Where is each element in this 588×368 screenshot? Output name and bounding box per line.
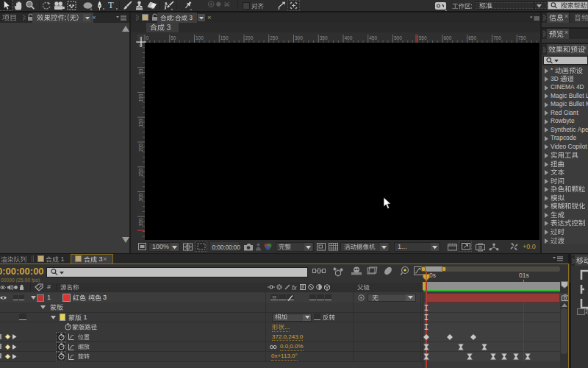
svg-text:fx: fx xyxy=(292,284,297,291)
svg-text:100: 100 xyxy=(138,93,143,102)
svg-text:250: 250 xyxy=(138,169,143,177)
svg-text:550: 550 xyxy=(419,35,427,40)
svg-text:0: 0 xyxy=(146,35,149,40)
svg-text:200: 200 xyxy=(245,35,254,40)
svg-text:50: 50 xyxy=(138,69,143,75)
svg-text:500: 500 xyxy=(394,35,402,40)
svg-text:200: 200 xyxy=(138,144,143,152)
svg-text:50: 50 xyxy=(171,35,176,40)
svg-text:100: 100 xyxy=(196,35,204,40)
svg-text:300: 300 xyxy=(295,35,303,40)
svg-text:700: 700 xyxy=(493,35,501,40)
svg-text:350: 350 xyxy=(138,218,143,226)
svg-text:300: 300 xyxy=(138,193,143,201)
svg-text:750: 750 xyxy=(518,35,526,40)
svg-text:600: 600 xyxy=(444,35,452,40)
svg-text:350: 350 xyxy=(320,35,328,40)
svg-text:150: 150 xyxy=(138,118,143,127)
svg-text:400: 400 xyxy=(345,35,353,40)
svg-text:150: 150 xyxy=(220,35,229,40)
svg-text:450: 450 xyxy=(369,35,377,40)
svg-text:650: 650 xyxy=(468,35,476,40)
svg-text:250: 250 xyxy=(270,35,278,40)
